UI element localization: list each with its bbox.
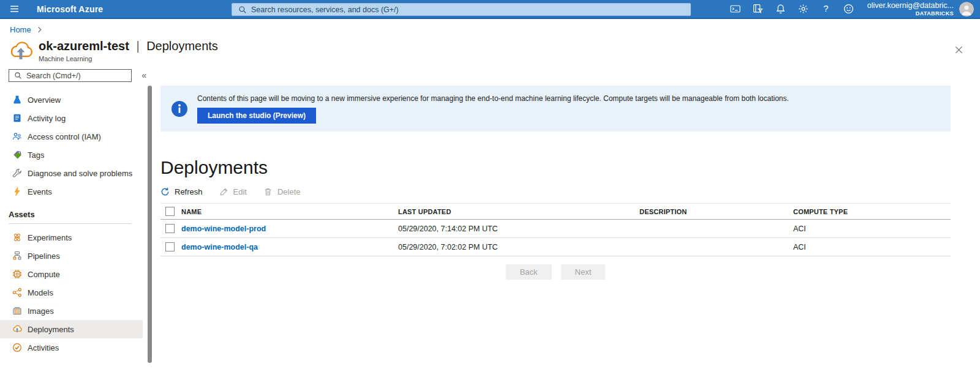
close-icon — [955, 46, 963, 54]
sidebar-nav-assets: Experiments Pipelines Compute Models Ima… — [0, 228, 153, 357]
account-menu[interactable]: oliver.koernig@databric... DATABRICKS — [867, 1, 954, 17]
sidebar-item-diagnose[interactable]: Diagnose and solve problems — [0, 164, 143, 182]
deployments-table: NAMELAST UPDATEDDESCRIPTIONCOMPUTE TYPE … — [160, 203, 951, 256]
last-updated-cell: 05/29/2020, 7:02:02 PM UTC — [398, 243, 639, 251]
select-all-checkbox[interactable] — [165, 207, 175, 216]
column-header: NAME — [181, 208, 398, 215]
compute-icon — [12, 269, 22, 279]
sidebar-item-pipelines[interactable]: Pipelines — [0, 247, 143, 265]
sidebar-collapse-button[interactable]: « — [141, 70, 146, 80]
sidebar-search — [9, 69, 132, 82]
sidebar-item-images[interactable]: Images — [0, 302, 143, 320]
feedback-icon — [843, 4, 854, 14]
topbar-right: ? oliver.koernig@databric... DATABRICKS — [724, 0, 980, 18]
table-row: demo-wine-model-prod 05/29/2020, 7:14:02… — [160, 220, 951, 238]
azure-top-bar: Microsoft Azure ? oliver.koernig@databri… — [0, 0, 980, 19]
sidebar-item-compute[interactable]: Compute — [0, 265, 143, 283]
experiments-icon — [12, 232, 22, 242]
table-row: demo-wine-model-qa 05/29/2020, 7:02:02 P… — [160, 238, 951, 256]
compute-type-cell: ACI — [793, 225, 951, 233]
activities-icon — [12, 343, 22, 352]
column-header: DESCRIPTION — [639, 208, 793, 215]
resource-menu-sidebar: « Overview Activity log Access control (… — [0, 67, 153, 357]
back-button[interactable]: Back — [506, 264, 552, 280]
blade-header: ok-azureml-test | Deployments Machine Le… — [0, 37, 980, 67]
blade-close-button[interactable] — [953, 45, 964, 56]
cloudshell-icon — [730, 4, 741, 14]
sidebar-item-deployments[interactable]: Deployments — [0, 320, 143, 338]
user-org: DATABRICKS — [867, 10, 954, 17]
sidebar-item-events[interactable]: Events — [0, 182, 143, 201]
edit-icon — [219, 187, 228, 196]
diagnose-icon — [12, 168, 22, 178]
sidebar-item-label: Activities — [28, 343, 59, 352]
table-body: demo-wine-model-prod 05/29/2020, 7:14:02… — [160, 220, 951, 256]
azure-brand[interactable]: Microsoft Azure — [37, 4, 103, 14]
chevron-right-icon — [37, 26, 42, 33]
next-button[interactable]: Next — [561, 264, 606, 280]
sidebar-search-input[interactable] — [26, 72, 131, 80]
breadcrumb-home-link[interactable]: Home — [10, 25, 31, 34]
sidebar-item-label: Tags — [28, 151, 44, 160]
assets-section-header: Assets — [0, 201, 153, 223]
sidebar-item-overview[interactable]: Overview — [0, 91, 143, 109]
settings-button[interactable] — [792, 0, 815, 18]
search-icon — [238, 6, 247, 14]
delete-icon — [263, 187, 273, 196]
notifications-button[interactable] — [769, 0, 792, 18]
help-button[interactable]: ? — [815, 0, 837, 18]
avatar[interactable] — [959, 2, 974, 17]
activity-log-icon — [12, 113, 22, 123]
sidebar-item-label: Compute — [28, 270, 60, 279]
pagination: Back Next — [160, 264, 951, 280]
refresh-button[interactable]: Refresh — [160, 187, 203, 196]
deployments-icon — [12, 324, 22, 334]
cloudshell-button[interactable] — [724, 0, 747, 18]
topbar-icons: ? — [724, 0, 860, 18]
scrollbar-thumb[interactable] — [148, 86, 152, 363]
edit-button[interactable]: Edit — [219, 187, 247, 196]
sidebar-item-label: Pipelines — [28, 251, 60, 261]
sidebar-item-models[interactable]: Models — [0, 283, 143, 302]
sidebar-item-activities[interactable]: Activities — [0, 338, 143, 357]
notifications-icon — [775, 4, 786, 14]
row-checkbox[interactable] — [165, 242, 175, 251]
sidebar-item-label: Overview — [28, 95, 61, 105]
user-email: oliver.koernig@databric... — [867, 1, 954, 10]
feedback-button[interactable] — [837, 0, 860, 18]
global-search-input[interactable] — [251, 6, 690, 14]
title-separator: | — [136, 39, 139, 53]
sidebar-item-experiments[interactable]: Experiments — [0, 228, 143, 247]
models-icon — [12, 288, 22, 297]
sidebar-item-access-control[interactable]: Access control (IAM) — [0, 127, 143, 146]
pipelines-icon — [12, 251, 22, 261]
info-banner: Contents of this page will be moving to … — [160, 86, 951, 132]
sidebar-item-label: Access control (IAM) — [28, 132, 101, 141]
sidebar-item-label: Activity log — [28, 114, 66, 123]
directory-filter-button[interactable] — [747, 0, 769, 18]
directory-filter-icon — [753, 4, 763, 14]
images-icon — [12, 306, 22, 316]
svg-text:?: ? — [823, 4, 828, 13]
refresh-icon — [160, 187, 170, 196]
portal-menu-button[interactable] — [0, 0, 28, 18]
deployment-name-link[interactable]: demo-wine-model-qa — [181, 243, 398, 251]
row-checkbox[interactable] — [165, 224, 175, 233]
command-bar: Refresh Edit Delete — [160, 187, 951, 196]
compute-type-cell: ACI — [793, 243, 951, 251]
deployments-heading: Deployments — [160, 157, 951, 178]
workspace-name: ok-azureml-test — [39, 39, 129, 53]
avatar-icon — [959, 2, 974, 17]
help-icon: ? — [821, 4, 831, 14]
delete-button[interactable]: Delete — [263, 187, 301, 196]
settings-icon — [798, 4, 809, 14]
sidebar-item-activity-log[interactable]: Activity log — [0, 109, 143, 127]
sidebar-nav-general: Overview Activity log Access control (IA… — [0, 91, 153, 201]
sidebar-item-label: Images — [28, 307, 54, 316]
info-icon — [171, 100, 188, 117]
deployment-name-link[interactable]: demo-wine-model-prod — [181, 225, 398, 233]
launch-studio-button[interactable]: Launch the studio (Preview) — [197, 108, 316, 124]
column-header: LAST UPDATED — [398, 208, 639, 215]
sidebar-item-tags[interactable]: Tags — [0, 146, 143, 164]
ml-workspace-icon — [8, 41, 34, 62]
